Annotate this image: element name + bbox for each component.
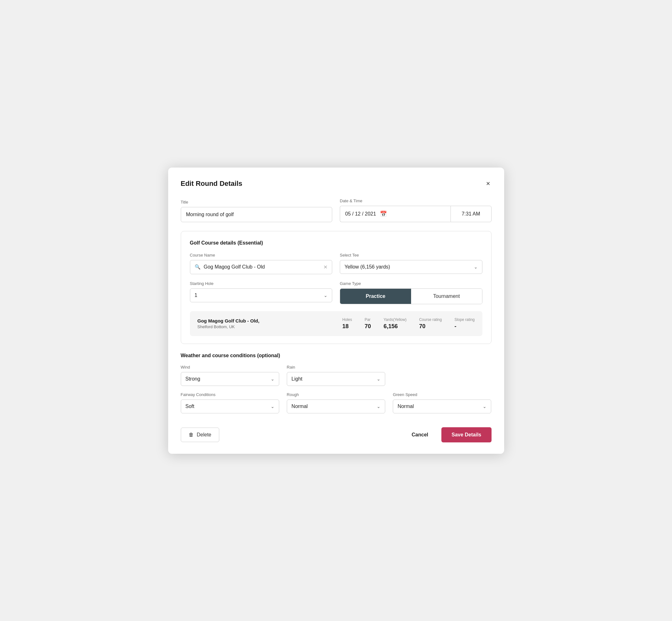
course-name-group: Course Name 🔍 ✕: [190, 253, 333, 274]
course-info-location: Shelford Bottom, UK: [198, 324, 308, 329]
course-tee-row: Course Name 🔍 ✕ Select Tee Yellow (6,156…: [190, 253, 482, 274]
title-group: Title: [181, 200, 333, 222]
chevron-down-icon: ⌄: [377, 404, 380, 409]
date-value: 05 / 12 / 2021: [345, 211, 376, 217]
practice-button[interactable]: Practice: [340, 289, 411, 304]
golf-course-section: Golf Course details (Essential) Course N…: [181, 231, 492, 344]
course-info-box: Gog Magog Golf Club - Old, Shelford Bott…: [190, 311, 482, 336]
select-tee-label: Select Tee: [340, 253, 482, 257]
rain-value: Light: [292, 376, 302, 382]
save-button[interactable]: Save Details: [442, 427, 491, 443]
time-input[interactable]: 7:31 AM: [451, 206, 492, 222]
chevron-down-icon: ⌄: [324, 293, 328, 298]
holes-stat: Holes 18: [342, 318, 352, 330]
time-value: 7:31 AM: [462, 211, 480, 217]
course-name-input[interactable]: [204, 264, 321, 270]
datetime-group: Date & Time 05 / 12 / 2021 📅 7:31 AM: [340, 199, 492, 222]
yards-label: Yards(Yellow): [384, 318, 407, 322]
modal-title: Edit Round Details: [181, 179, 243, 188]
clear-icon[interactable]: ✕: [323, 264, 328, 270]
chevron-down-icon: ⌄: [474, 264, 478, 270]
rough-dropdown[interactable]: Normal ⌄: [287, 400, 385, 413]
green-speed-value: Normal: [397, 404, 414, 409]
select-tee-dropdown[interactable]: Yellow (6,156 yards) ⌄: [340, 260, 482, 274]
title-label: Title: [181, 200, 333, 204]
footer-right: Cancel Save Details: [406, 427, 492, 443]
slope-rating-value: -: [454, 323, 456, 330]
tournament-button[interactable]: Tournament: [411, 289, 482, 304]
wind-rain-row: Wind Strong ⌄ Rain Light ⌄: [181, 365, 492, 386]
close-button[interactable]: ×: [485, 179, 492, 189]
rain-dropdown[interactable]: Light ⌄: [287, 372, 385, 386]
game-type-toggle: Practice Tournament: [340, 288, 482, 304]
date-input[interactable]: 05 / 12 / 2021 📅: [340, 206, 451, 222]
search-icon: 🔍: [195, 264, 201, 270]
slope-rating-label: Slope rating: [454, 318, 474, 322]
par-stat: Par 70: [365, 318, 371, 330]
chevron-down-icon: ⌄: [271, 376, 275, 381]
edit-round-modal: Edit Round Details × Title Date & Time 0…: [168, 168, 504, 454]
game-type-label: Game Type: [340, 281, 482, 286]
course-rating-value: 70: [419, 323, 425, 330]
select-tee-group: Select Tee Yellow (6,156 yards) ⌄: [340, 253, 482, 274]
holes-label: Holes: [342, 318, 352, 322]
title-datetime-row: Title Date & Time 05 / 12 / 2021 📅 7:31 …: [181, 199, 492, 222]
calendar-icon: 📅: [380, 210, 387, 217]
course-name-label: Course Name: [190, 253, 333, 257]
starting-hole-dropdown[interactable]: 1 ⌄: [190, 288, 333, 302]
wind-value: Strong: [185, 376, 200, 382]
select-tee-value: Yellow (6,156 yards): [344, 264, 390, 270]
course-stats: Holes 18 Par 70 Yards(Yellow) 6,156 Cour…: [308, 318, 474, 330]
starting-hole-value: 1: [195, 292, 198, 298]
rain-group: Rain Light ⌄: [287, 365, 385, 386]
par-label: Par: [365, 318, 371, 322]
game-type-group: Game Type Practice Tournament: [340, 281, 482, 304]
green-speed-dropdown[interactable]: Normal ⌄: [393, 400, 491, 413]
wind-group: Wind Strong ⌄: [181, 365, 279, 386]
cancel-button[interactable]: Cancel: [406, 428, 434, 442]
trash-icon: 🗑: [189, 432, 194, 438]
title-input[interactable]: [181, 207, 333, 222]
par-value: 70: [365, 323, 371, 330]
course-info-name: Gog Magog Golf Club - Old,: [198, 318, 308, 323]
holes-value: 18: [342, 323, 349, 330]
green-speed-group: Green Speed Normal ⌄: [393, 392, 491, 413]
rough-label: Rough: [287, 392, 385, 397]
footer-row: 🗑 Delete Cancel Save Details: [181, 422, 492, 443]
fairway-dropdown[interactable]: Soft ⌄: [181, 400, 279, 413]
rough-value: Normal: [292, 404, 308, 409]
course-name-block: Gog Magog Golf Club - Old, Shelford Bott…: [198, 318, 308, 329]
rough-group: Rough Normal ⌄: [287, 392, 385, 413]
chevron-down-icon: ⌄: [377, 376, 380, 381]
course-rating-label: Course rating: [419, 318, 442, 322]
golf-section-title: Golf Course details (Essential): [190, 240, 482, 246]
fairway-group: Fairway Conditions Soft ⌄: [181, 392, 279, 413]
datetime-row: 05 / 12 / 2021 📅 7:31 AM: [340, 206, 492, 222]
chevron-down-icon: ⌄: [271, 404, 275, 409]
course-rating-stat: Course rating 70: [419, 318, 442, 330]
yards-stat: Yards(Yellow) 6,156: [384, 318, 407, 330]
starting-hole-label: Starting Hole: [190, 281, 333, 286]
course-name-input-wrapper[interactable]: 🔍 ✕: [190, 260, 333, 274]
hole-gametype-row: Starting Hole 1 ⌄ Game Type Practice Tou…: [190, 281, 482, 304]
wind-dropdown[interactable]: Strong ⌄: [181, 372, 279, 386]
delete-button[interactable]: 🗑 Delete: [181, 427, 219, 442]
slope-rating-stat: Slope rating -: [454, 318, 474, 330]
starting-hole-group: Starting Hole 1 ⌄: [190, 281, 333, 304]
rain-label: Rain: [287, 365, 385, 370]
chevron-down-icon: ⌄: [483, 404, 487, 409]
yards-value: 6,156: [384, 323, 398, 330]
fairway-label: Fairway Conditions: [181, 392, 279, 397]
delete-label: Delete: [197, 432, 211, 438]
green-speed-label: Green Speed: [393, 392, 491, 397]
fairway-value: Soft: [185, 404, 194, 409]
datetime-label: Date & Time: [340, 199, 492, 203]
fairway-rough-green-row: Fairway Conditions Soft ⌄ Rough Normal ⌄…: [181, 392, 492, 413]
weather-title: Weather and course conditions (optional): [181, 353, 492, 359]
weather-section: Weather and course conditions (optional)…: [181, 353, 492, 413]
wind-label: Wind: [181, 365, 279, 370]
modal-header: Edit Round Details ×: [181, 179, 492, 189]
